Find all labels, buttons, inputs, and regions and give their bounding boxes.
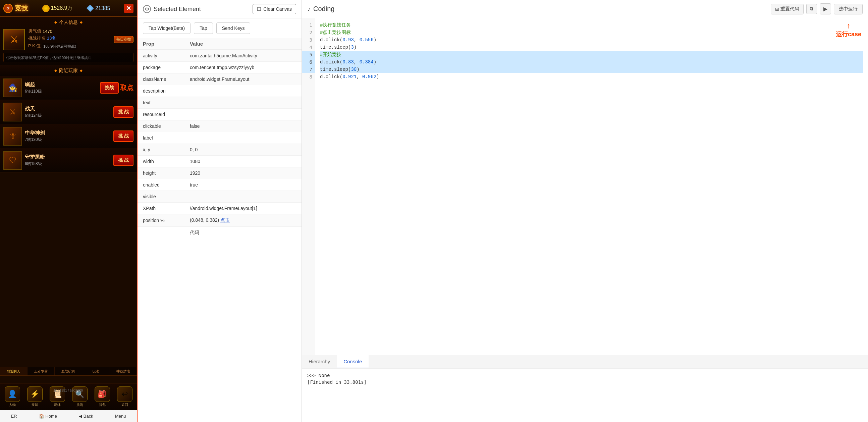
table-row: clickable false [137, 120, 302, 132]
tab-console[interactable]: Console [337, 355, 369, 368]
gold-section: 1528.9万 [42, 5, 73, 12]
avatar-row: ⚔ 勇气值 1470 挑战排名 13名 P K 值 108(9分钟后可挑战) 每… [3, 28, 133, 51]
pk-row: P K 值 108(9分钟后可挑战) [28, 42, 111, 50]
table-row: visible [137, 191, 302, 203]
code-line-8: d.click(0.921, 0.962) [320, 73, 863, 81]
diamond-icon [87, 5, 94, 12]
player-0-name: 崛起 [25, 82, 100, 88]
table-row: XPath //android.widget.FrameLayout[1] [137, 203, 302, 214]
player-3-name: 守护黑暗 [25, 154, 113, 160]
run-case-annotation: ↑ 运行case [836, 22, 861, 38]
table-row: className android.widget.FrameLayout [137, 73, 302, 85]
tab-artifact[interactable]: 神器禁地 [109, 367, 137, 375]
device-nav-bar: ER 🏠 Home ◀ Back Menu [0, 410, 137, 422]
run-case-label: 运行case [836, 30, 861, 38]
deco-nearby-right [80, 69, 83, 72]
tab-gameplay[interactable]: 玩法 [82, 367, 110, 375]
inspector-actions: Tap Widget(Beta) Tap Send Keys [137, 19, 302, 38]
player-2-info: 中华神剑 7转130级 [25, 130, 113, 143]
reset-code-button[interactable]: ⊞ 重置代码 [771, 4, 804, 14]
line-num-7: 7 [302, 66, 315, 73]
challenge-button-2[interactable]: 挑 战 [113, 130, 133, 142]
nav-back[interactable]: ◀ Back [79, 414, 93, 419]
personal-info-header: 个人信息 [3, 20, 133, 26]
challenge-button-0[interactable]: 挑战 [100, 82, 119, 94]
click-link[interactable]: 点击 [220, 217, 230, 223]
inspector-panel: ⚙ Selected Element ☐ Clear Canvas Tap Wi… [137, 0, 302, 422]
coding-title: ♪ Coding [307, 5, 334, 13]
table-row: width 1080 [137, 156, 302, 168]
gold-amount: 1528.9万 [51, 5, 73, 12]
player-1-level: 6转124级 [25, 113, 113, 118]
deco-diamond-left [54, 21, 57, 24]
help-button[interactable]: ? [3, 4, 13, 13]
deco-diamond-right [80, 21, 83, 24]
table-row: height 1920 [137, 168, 302, 179]
player-2-level: 7转130级 [25, 137, 113, 143]
line-numbers: 1 2 3 4 5 6 7 8 [302, 18, 315, 355]
game-icons-bar: 👤 人物 ⚡ 技能 📜 历练 🔍 挑选 🎒 背包 ↩ 返回 [0, 384, 137, 410]
line-num-1: 1 [302, 22, 315, 29]
code-line-4: time.sleep(3) [320, 43, 863, 51]
tap-widget-button[interactable]: Tap Widget(Beta) [143, 23, 190, 34]
table-row: position % (0.848, 0.382) 点击 [137, 214, 302, 227]
player-3-avatar: 🛡 [3, 151, 22, 170]
run-selected-button[interactable]: 选中运行 [834, 4, 863, 14]
notice-box: ①击败玩家增加25点PK值，达到100时无法继续战斗 [3, 53, 133, 62]
table-row: description [137, 85, 302, 97]
nearby-players-header: 附近玩家 [0, 65, 137, 76]
deco-nearby-left [54, 69, 57, 72]
table-row: package com.tencent.tmgp.wzsyzzlyyyb [137, 62, 302, 73]
challenge-button-3[interactable]: 挑 战 [113, 155, 133, 166]
code-line-6: d.click(0.83, 0.384) [320, 58, 863, 66]
close-button[interactable]: ✕ [124, 4, 133, 13]
prop-column-header: Prop [143, 41, 190, 47]
personal-info-section: 个人信息 ⚔ 勇气值 1470 挑战排名 13名 P K 值 108(9分钟后可… [0, 17, 137, 65]
player-2-name: 中华神剑 [25, 130, 113, 136]
game-panel: ? 竞技 1528.9万 21385 ✕ 个人信息 ⚔ 勇气值 1470 [0, 0, 137, 422]
reset-icon: ⊞ [775, 6, 779, 12]
tab-blood-mine[interactable]: 血战矿洞 [55, 367, 82, 375]
player-1-info: 战天 6转124级 [25, 106, 113, 118]
tab-nearby[interactable]: 附近的人 [0, 367, 28, 375]
coding-panel: ♪ Coding ⊞ 重置代码 ⧉ ▶ 选中运行 1 2 3 4 5 6 7 8… [302, 0, 868, 422]
player-0-level: 6转110级 [25, 89, 100, 94]
code-line-2: #点击竞技图标 [320, 29, 863, 36]
table-row: text [137, 97, 302, 109]
tap-button[interactable]: Tap [194, 23, 213, 34]
gear-icon: ⚙ [143, 5, 151, 13]
music-icon: ♪ [307, 5, 311, 13]
nav-home[interactable]: 🏠 Home [39, 414, 57, 419]
code-line-7: time.sleep(30) [320, 66, 863, 73]
run-case-arrow: ↑ [836, 22, 861, 30]
game-title: 竞技 [15, 4, 28, 13]
user-id: 5181991 / 5902629 [0, 389, 137, 392]
challenge-button-1[interactable]: 挑 战 [113, 106, 133, 118]
list-item: 🛡 守护黑暗 6转158级 挑 战 [0, 148, 137, 173]
player-3-info: 守护黑暗 6转158级 [25, 154, 113, 167]
nav-menu[interactable]: Menu [115, 414, 126, 419]
list-item: ⚔ 战天 6转124级 挑 战 [0, 100, 137, 124]
bottom-tabs-row: Hierarchy Console [302, 355, 868, 368]
coding-toolbar: ⊞ 重置代码 ⧉ ▶ 选中运行 [771, 3, 863, 14]
diamond-amount: 21385 [95, 5, 110, 11]
player-0-info: 崛起 6转110级 [25, 82, 100, 94]
copy-button[interactable]: ⧉ [806, 4, 817, 14]
rank-row: 挑战排名 13名 [28, 35, 111, 41]
stats-column: 勇气值 1470 挑战排名 13名 P K 值 108(9分钟后可挑战) [28, 28, 111, 51]
daily-challenge-button[interactable]: 每日竞技 [114, 36, 133, 43]
nav-er: ER [11, 414, 17, 419]
send-keys-button[interactable]: Send Keys [216, 23, 251, 34]
play-button[interactable]: ▶ [820, 3, 831, 14]
diamond-section: 21385 [87, 5, 110, 12]
tab-hierarchy[interactable]: Hierarchy [302, 355, 337, 368]
player-3-level: 6转158级 [25, 161, 113, 167]
tab-king[interactable]: 王者争霸 [28, 367, 55, 375]
properties-table: Prop Value activity com.zantai.h5game.Ma… [137, 38, 302, 422]
console-line-2: [Finished in 33.801s] [307, 380, 863, 385]
table-row: 代码 [137, 227, 302, 239]
bottom-tabs: 附近的人 王者争霸 血战矿洞 玩法 神器禁地 [0, 367, 137, 376]
code-content[interactable]: #执行竞技任务 #点击竞技图标 d.click(0.93, 0.556) tim… [315, 18, 868, 355]
clear-canvas-button[interactable]: ☐ Clear Canvas [253, 4, 296, 14]
table-header: Prop Value [137, 38, 302, 50]
